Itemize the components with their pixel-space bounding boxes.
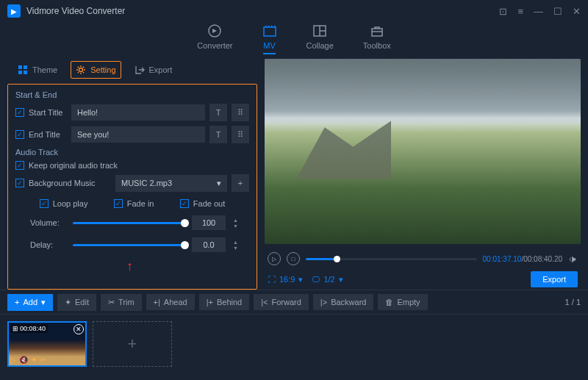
maximize-icon[interactable]: ☐ [553, 7, 562, 16]
font-icon: T [216, 108, 221, 117]
menu-icon[interactable]: ≡ [517, 7, 523, 16]
pager: 1 / 1 [565, 298, 581, 306]
time-current: 00:01:37.10 [483, 255, 522, 263]
start-title-row: Start Title T ⠿ [15, 104, 249, 121]
plus-icon: + [128, 334, 137, 354]
bgm-checkbox[interactable] [15, 179, 24, 187]
start-title-color-button[interactable]: ⠿ [232, 104, 249, 121]
section-start-end: Start & End [15, 90, 249, 99]
fadeout-checkbox[interactable] [180, 199, 189, 208]
volume-down-button[interactable]: ▼ [233, 223, 238, 229]
minimize-icon[interactable]: — [534, 7, 543, 16]
preview-options: ⛶16:9▾ 🖵1/2▾ Export [265, 269, 581, 290]
delay-down-button[interactable]: ▼ [233, 245, 238, 251]
film-icon: ⊞ [12, 325, 18, 332]
toolbox-icon [370, 24, 384, 38]
tab-collage[interactable]: Collage [306, 22, 334, 59]
export-icon [135, 65, 145, 75]
forward-button[interactable]: |<Forward [254, 294, 309, 310]
color-grid-icon: ⠿ [237, 108, 243, 118]
converter-icon [207, 24, 222, 38]
start-title-checkbox[interactable] [15, 108, 24, 117]
panel-subtabs: Theme Setting Export [7, 59, 257, 81]
slider-thumb[interactable] [181, 241, 189, 249]
ahead-button[interactable]: +|Ahead [146, 294, 195, 310]
fadein-label: Fade in [127, 199, 154, 208]
backward-button[interactable]: |>Backward [313, 294, 374, 310]
end-title-checkbox[interactable] [15, 130, 24, 139]
playback-options: Loop play Fade in Fade out [15, 199, 249, 208]
fadein-checkbox[interactable] [114, 199, 123, 208]
clip-trim-icon[interactable]: ✂ [40, 356, 46, 364]
timecode: 00:01:37.10/00:08:40.20 [483, 255, 562, 263]
behind-button[interactable]: |+Behind [199, 294, 250, 310]
trim-button[interactable]: ✂Trim [101, 294, 142, 311]
volume-icon[interactable]: 🕩 [568, 254, 578, 265]
subtab-export[interactable]: Export [130, 62, 177, 78]
clip-edit-icon[interactable]: ✦ [31, 356, 37, 364]
aspect-icon: ⛶ [268, 275, 276, 284]
gear-icon [76, 65, 86, 75]
close-icon[interactable]: ✕ [573, 7, 581, 16]
wand-icon: ✦ [65, 298, 71, 307]
svg-point-11 [79, 68, 83, 72]
seek-thumb[interactable] [334, 256, 340, 262]
play-button[interactable]: ▷ [268, 252, 281, 265]
keep-original-row: Keep original audio track [15, 161, 249, 170]
delay-slider[interactable] [73, 244, 184, 246]
end-title-font-button[interactable]: T [209, 126, 227, 143]
end-title-input[interactable] [71, 126, 205, 143]
window-controls: ⊡ ≡ — ☐ ✕ [499, 7, 581, 16]
delay-up-button[interactable]: ▲ [233, 240, 238, 245]
volume-value[interactable]: 100 [192, 215, 226, 230]
edit-button[interactable]: ✦Edit [57, 294, 96, 311]
preview-panel: ▷ □ 00:01:37.10/00:08:40.20 🕩 ⛶16:9▾ 🖵1/… [262, 59, 588, 290]
end-title-color-button[interactable]: ⠿ [232, 126, 249, 143]
clip-thumbnail[interactable]: ⊞00:08:40 ✕ ▷ 🔇 ✦ ✂ [7, 321, 87, 367]
video-preview[interactable] [265, 59, 581, 244]
collage-icon [312, 24, 327, 38]
bgm-dropdown[interactable]: MUSIC 2.mp3 ▾ [115, 175, 227, 192]
font-icon: T [216, 130, 221, 139]
empty-button[interactable]: 🗑Empty [378, 294, 427, 310]
tab-converter[interactable]: Converter [197, 22, 232, 59]
clip-mute-icon[interactable]: 🔇 [19, 356, 28, 364]
volume-slider[interactable] [73, 222, 184, 224]
add-clip-button[interactable]: + [93, 321, 172, 367]
end-title-label: End Title [29, 130, 60, 139]
volume-up-button[interactable]: ▲ [233, 218, 238, 223]
start-title-input[interactable] [71, 104, 205, 121]
seek-bar[interactable] [306, 258, 477, 260]
settings-panel: Theme Setting Export Start & End Start T… [0, 59, 262, 290]
keep-original-checkbox[interactable] [15, 161, 24, 170]
stop-button[interactable]: □ [287, 252, 300, 265]
clip-play-icon[interactable]: ▷ [10, 356, 16, 364]
export-button[interactable]: Export [531, 271, 578, 287]
aspect-button[interactable]: ⛶16:9▾ [268, 275, 303, 284]
add-button[interactable]: +Add▾ [7, 294, 53, 311]
subtab-setting[interactable]: Setting [71, 61, 121, 79]
zoom-button[interactable]: 🖵1/2▾ [312, 275, 343, 284]
forward-icon: |< [261, 298, 268, 306]
fadeout-label: Fade out [193, 199, 225, 208]
trash-icon: 🗑 [385, 298, 393, 306]
tab-mv[interactable]: MV [262, 22, 277, 59]
clip-remove-button[interactable]: ✕ [74, 324, 84, 334]
start-title-label: Start Title [29, 108, 62, 117]
app-name: Vidmore Video Converter [26, 6, 499, 16]
playback-bar: ▷ □ 00:01:37.10/00:08:40.20 🕩 [265, 248, 581, 269]
loop-checkbox[interactable] [40, 199, 49, 208]
theme-icon [18, 65, 28, 75]
slider-thumb[interactable] [181, 219, 189, 227]
stop-icon: □ [292, 256, 295, 262]
svg-rect-9 [18, 71, 22, 74]
start-title-font-button[interactable]: T [209, 104, 227, 121]
tab-toolbox[interactable]: Toolbox [363, 22, 391, 59]
plus-icon: + [238, 179, 243, 187]
behind-icon: |+ [207, 298, 213, 306]
delay-value[interactable]: 0.0 [192, 237, 226, 252]
loop-label: Loop play [53, 199, 88, 208]
feedback-icon[interactable]: ⊡ [499, 7, 507, 16]
subtab-theme[interactable]: Theme [13, 62, 62, 78]
bgm-add-button[interactable]: + [232, 174, 249, 192]
